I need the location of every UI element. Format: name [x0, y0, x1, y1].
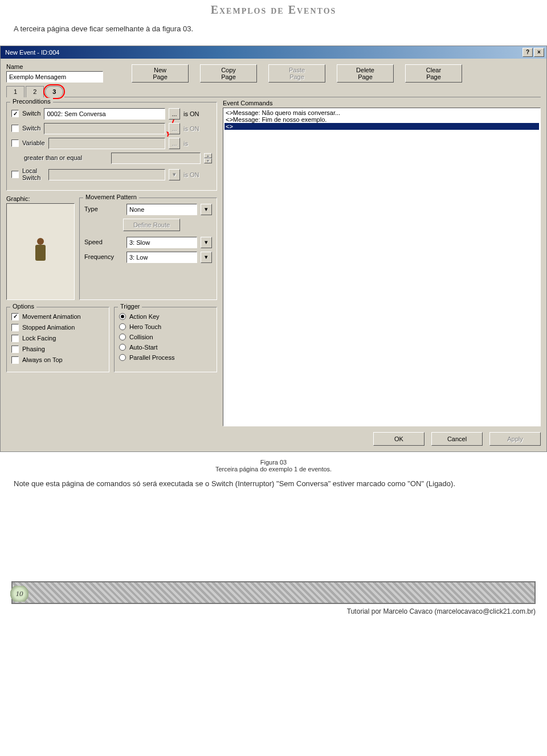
- options-group: Options Movement Animation Stopped Anima…: [6, 307, 109, 372]
- trigger-parallel-radio[interactable]: [119, 354, 126, 361]
- trigger-parallel-label: Parallel Process: [129, 354, 174, 361]
- delete-page-button[interactable]: Delete Page: [337, 64, 394, 83]
- close-button[interactable]: ×: [534, 48, 544, 57]
- switch1-field[interactable]: [44, 108, 165, 120]
- switch1-label: Switch: [22, 110, 40, 117]
- variable-spinner[interactable]: ▲▼: [204, 153, 212, 163]
- window-title: New Event - ID:004: [3, 49, 521, 56]
- figure-caption: Figura 03 Terceira página do exemplo 1 d…: [0, 459, 547, 472]
- movement-pattern-group: Movement Pattern Type ▾ Define Route Spe…: [79, 198, 217, 300]
- opt-always-on-top-label: Always on Top: [22, 356, 63, 363]
- opt-phasing-label: Phasing: [22, 346, 45, 352]
- name-input[interactable]: [6, 71, 103, 83]
- opt-phasing-checkbox[interactable]: [11, 346, 19, 353]
- variable-browse-button[interactable]: ...: [169, 138, 180, 149]
- clear-page-button[interactable]: Clear Page: [405, 64, 462, 83]
- trigger-action-key-radio[interactable]: [119, 313, 126, 320]
- graphic-preview[interactable]: [6, 203, 75, 300]
- page-number: 10: [9, 586, 30, 602]
- switch2-field[interactable]: [44, 123, 165, 134]
- switch2-checkbox[interactable]: [11, 125, 19, 132]
- trigger-legend: Trigger: [118, 303, 142, 310]
- switch1-state: is ON: [183, 110, 212, 117]
- local-switch-field[interactable]: [48, 169, 165, 180]
- opt-stopped-animation-checkbox[interactable]: [11, 324, 19, 331]
- variable-label: Variable: [22, 139, 45, 146]
- trigger-hero-touch-radio[interactable]: [119, 323, 126, 330]
- opt-always-on-top-checkbox[interactable]: [11, 356, 19, 364]
- options-legend: Options: [10, 303, 36, 310]
- variable-compare-value[interactable]: [111, 153, 201, 164]
- outro-paragraph: Note que esta página de comandos só será…: [14, 478, 533, 490]
- preconditions-group: Preconditions Switch ... is ON Switch ..…: [6, 102, 217, 191]
- event-command-line[interactable]: <>Message: Fim de nosso exemplo.: [224, 116, 539, 123]
- switch2-label: Switch: [22, 125, 40, 132]
- tab-2[interactable]: 2: [26, 86, 44, 97]
- variable-checkbox[interactable]: [11, 139, 19, 147]
- trigger-collision-label: Collision: [129, 334, 153, 340]
- trigger-action-key-label: Action Key: [129, 313, 160, 320]
- character-sprite-icon: [32, 238, 48, 265]
- move-type-label: Type: [84, 206, 123, 212]
- caption-line1: Figura 03: [0, 459, 547, 466]
- opt-stopped-animation-label: Stopped Animation: [22, 324, 75, 331]
- frequency-select[interactable]: [126, 252, 197, 263]
- move-type-select[interactable]: [126, 204, 197, 215]
- local-switch-label: Local Switch: [22, 167, 45, 181]
- switch2-browse-button[interactable]: ...: [169, 123, 180, 134]
- trigger-collision-radio[interactable]: [119, 334, 126, 340]
- tab-1[interactable]: 1: [6, 86, 25, 97]
- trigger-auto-start-radio[interactable]: [119, 344, 126, 351]
- preconditions-legend: Preconditions: [10, 98, 53, 105]
- frequency-dropdown-icon[interactable]: ▾: [201, 252, 212, 263]
- new-page-button[interactable]: New Page: [132, 64, 189, 83]
- switch1-browse-button[interactable]: ...: [169, 108, 180, 120]
- trigger-group: Trigger Action Key Hero Touch Collision …: [114, 307, 217, 372]
- frequency-label: Frequency: [84, 253, 123, 260]
- switch1-checkbox[interactable]: [11, 110, 19, 117]
- speed-select[interactable]: [126, 237, 197, 248]
- page-tabs: 1 2 3: [6, 86, 541, 97]
- opt-movement-animation-checkbox[interactable]: [11, 313, 19, 321]
- opt-lock-facing-label: Lock Facing: [22, 335, 56, 342]
- event-editor-window: New Event - ID:004 ? × Name New Page Cop…: [0, 46, 547, 452]
- caption-line2: Terceira página do exemplo 1 de eventos.: [0, 466, 547, 472]
- movement-legend: Movement Pattern: [83, 194, 139, 200]
- page-title: Exemplos de Eventos: [211, 3, 337, 16]
- page-footer: 10 Tutorial por Marcelo Cavaco (marceloc…: [0, 581, 547, 627]
- footer-credit: Tutorial por Marcelo Cavaco (marcelocava…: [11, 607, 536, 615]
- event-commands-list[interactable]: <>Message: Não quero mais conversar... <…: [223, 108, 541, 426]
- variable-compare-label: greater than or equal: [24, 154, 108, 161]
- name-label: Name: [6, 63, 103, 70]
- speed-label: Speed: [84, 239, 123, 245]
- local-switch-state: is ON: [183, 171, 212, 178]
- variable-state: is: [183, 140, 212, 147]
- switch2-state: is ON: [183, 125, 212, 132]
- define-route-button[interactable]: Define Route: [123, 219, 180, 231]
- local-switch-checkbox[interactable]: [11, 171, 19, 178]
- apply-button[interactable]: Apply: [489, 432, 541, 446]
- page-heading: Exemplos de Eventos: [0, 3, 547, 17]
- footer-decoration: 10: [11, 581, 536, 604]
- move-type-dropdown-icon[interactable]: ▾: [201, 204, 212, 215]
- paste-page-button[interactable]: Paste Page: [268, 64, 325, 83]
- help-button[interactable]: ?: [522, 48, 533, 57]
- event-commands-label: Event Commands: [223, 100, 541, 106]
- opt-movement-animation-label: Movement Animation: [22, 313, 81, 320]
- intro-paragraph: A terceira página deve ficar semelhante …: [14, 23, 533, 35]
- tab-3[interactable]: 3: [45, 86, 63, 97]
- speed-dropdown-icon[interactable]: ▾: [201, 237, 212, 248]
- opt-lock-facing-checkbox[interactable]: [11, 335, 19, 342]
- ok-button[interactable]: OK: [373, 432, 424, 446]
- copy-page-button[interactable]: Copy Page: [200, 64, 257, 83]
- event-command-line[interactable]: <>: [224, 123, 539, 130]
- variable-field[interactable]: [48, 138, 165, 149]
- cancel-button[interactable]: Cancel: [431, 432, 483, 446]
- local-switch-dropdown-icon[interactable]: ▾: [169, 169, 180, 180]
- event-command-line[interactable]: <>Message: Não quero mais conversar...: [224, 109, 539, 116]
- graphic-label: Graphic:: [6, 195, 75, 202]
- trigger-auto-start-label: Auto-Start: [129, 344, 158, 351]
- trigger-hero-touch-label: Hero Touch: [129, 323, 161, 330]
- titlebar: New Event - ID:004 ? ×: [1, 46, 546, 59]
